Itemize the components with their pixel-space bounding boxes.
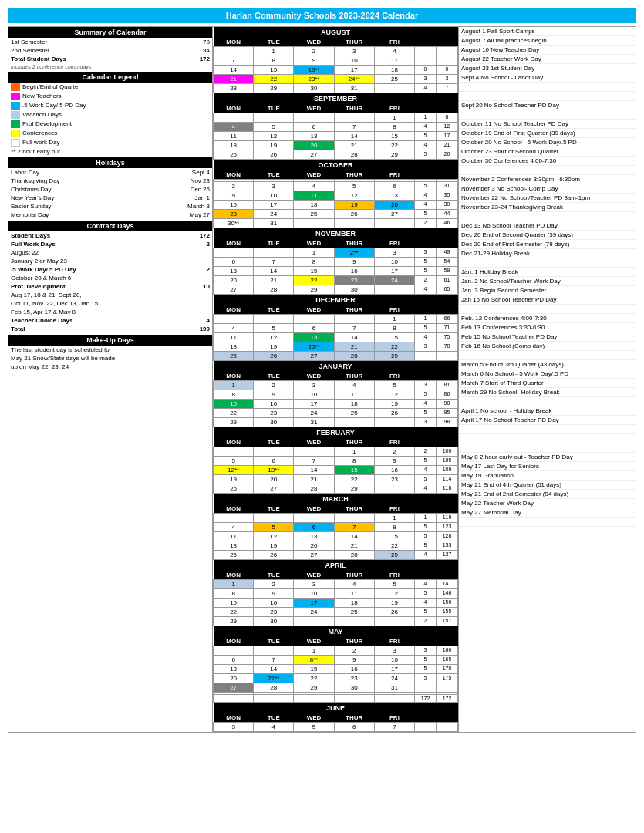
col-mon: MON xyxy=(214,438,254,447)
week-count-1: 5 xyxy=(415,258,437,267)
cal-day: 11 xyxy=(374,56,414,66)
total-student-value: 172 xyxy=(171,55,212,63)
makeup-text1: The last student day is scheduled for xyxy=(8,346,212,354)
week-count-2: 119 xyxy=(436,514,457,523)
week-count-1: 4 xyxy=(415,84,437,93)
note-row: May 27 Memorial Day xyxy=(459,508,636,518)
cal-day xyxy=(214,695,254,703)
cal-day: 30 xyxy=(334,285,374,295)
week-count-1: 4 xyxy=(415,400,437,409)
col-tue: TUE xyxy=(254,438,294,447)
cal-day: 5 xyxy=(294,723,334,732)
cal-day: 6 xyxy=(374,182,414,191)
col-w2 xyxy=(436,438,457,447)
cal-day: 12 xyxy=(334,191,374,201)
cal-day: 1 xyxy=(294,248,334,258)
col-fri: FRI xyxy=(374,170,414,180)
week-count-1: 4 xyxy=(415,191,437,201)
cal-day: 8 xyxy=(374,523,414,532)
cal-day: 20 xyxy=(294,541,334,551)
note-row: October 19 End of First Quarter (39 days… xyxy=(459,129,636,138)
week-count-1: 5 xyxy=(415,324,437,333)
week-count-2: 118 xyxy=(436,484,457,494)
holiday-2-value: Dec 25 xyxy=(144,185,212,194)
cal-day: 28 xyxy=(294,484,334,494)
col-wed: WED xyxy=(294,239,334,248)
cal-day: 2 xyxy=(294,47,334,56)
cal-day: 7 xyxy=(254,656,294,665)
cal-day: 1 xyxy=(294,646,334,656)
week-count-1: 3 xyxy=(415,75,437,84)
cal-day: 5 xyxy=(214,457,254,466)
cal-day: 2 xyxy=(214,182,254,191)
total-student-label: Total Student Days xyxy=(8,55,171,63)
col-wed: WED xyxy=(294,104,334,113)
holidays-header: Holidays xyxy=(8,157,212,168)
week-count-1 xyxy=(415,56,437,66)
week-count-1: 3 xyxy=(415,418,437,427)
col-w2 xyxy=(436,38,457,47)
cal-day xyxy=(294,219,334,228)
week-count-2: 31 xyxy=(436,182,457,191)
cal-day: 20** xyxy=(294,342,334,352)
week-count-2: 157 xyxy=(436,617,457,626)
cal-day: 22 xyxy=(294,276,334,285)
week-count-2: 123 xyxy=(436,523,457,532)
col-wed: WED xyxy=(294,438,334,447)
cal-day: 20 xyxy=(254,475,294,484)
cal-day: 21 xyxy=(334,342,374,352)
col-wed: WED xyxy=(294,170,334,180)
holiday-5-value: May 27 xyxy=(144,211,212,219)
cal-day xyxy=(334,113,374,123)
prof-dev-date-1: Oct 11, Nov. 22, Dec 13, Jan 15, xyxy=(8,299,184,308)
legend-label-vacation: Vacation Days xyxy=(22,111,62,118)
cal-day: 1 xyxy=(374,113,414,123)
cal-day: 6 xyxy=(294,324,334,333)
cal-day: 30 xyxy=(294,84,334,93)
cal-day: 16 xyxy=(254,599,294,608)
note-row: May 19 Graduation xyxy=(459,471,636,481)
note-row-empty xyxy=(459,212,636,221)
cal-day: 11 xyxy=(214,132,254,141)
cal-day: 27 xyxy=(294,150,334,160)
cal-day: 18 xyxy=(374,66,414,75)
holiday-1-label: Thanksgiving Day xyxy=(8,177,144,185)
cal-day xyxy=(214,514,254,523)
cal-day: 10 xyxy=(374,656,414,665)
week-count-2: 133 xyxy=(436,541,457,551)
cal-day: 27 xyxy=(214,285,254,295)
cal-day: 16 xyxy=(374,466,414,475)
cal-day: 9 xyxy=(254,589,294,599)
note-row: October 20 No School - 5 Work Day/.5 PD xyxy=(459,138,636,147)
cal-day xyxy=(294,315,334,324)
cal-day: 28 xyxy=(254,285,294,295)
week-count-2: 26 xyxy=(436,150,457,160)
col-tue: TUE xyxy=(254,637,294,646)
includes-note: Includes 2 conference comp days xyxy=(8,63,212,70)
week-count-2: 3 xyxy=(436,75,457,84)
week-count-1: 5 xyxy=(415,665,437,674)
note-row: Dec 20 End of First Semester (78 days) xyxy=(459,240,636,249)
note-row: Jan. 3 Begin Second Semester xyxy=(459,286,636,295)
cal-day: 22 xyxy=(254,75,294,84)
holiday-4-label: Easter Sunday xyxy=(8,202,144,211)
legend-color-full-work xyxy=(11,139,20,147)
cal-day: 13 xyxy=(214,267,254,276)
cal-day: 7 xyxy=(334,123,374,132)
col-thur: THUR xyxy=(334,713,374,723)
col-thur: THUR xyxy=(334,504,374,514)
cal-day: 5 xyxy=(334,182,374,191)
note-row: March 5 End of 3rd Quarter (43 days) xyxy=(459,360,636,369)
cal-day: 27 xyxy=(214,683,254,693)
cal-day xyxy=(214,646,254,656)
cal-day: 11 xyxy=(214,333,254,342)
prof-dev-label: Prof. Development xyxy=(8,282,184,291)
cal-day: 12 xyxy=(374,589,414,599)
cal-day: 19 xyxy=(254,342,294,352)
cal-day: 14 xyxy=(254,267,294,276)
week-count-1: 4 xyxy=(415,484,437,494)
week-count-1: 5 xyxy=(415,656,437,665)
legend-label-half-work: .5 Work Day/.5 PD Day xyxy=(22,102,86,109)
note-row: Feb. 12 Conferences 4:00-7:30 xyxy=(459,314,636,323)
col-mon: MON xyxy=(214,239,254,248)
